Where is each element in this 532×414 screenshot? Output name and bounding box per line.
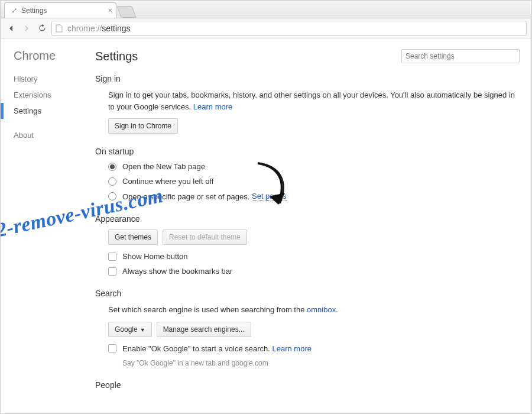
show-home-checkbox[interactable]: Show Home button bbox=[108, 252, 520, 261]
section-startup: On startup Open the New Tab page Continu… bbox=[95, 147, 520, 201]
sidebar-item-history[interactable]: History bbox=[14, 71, 77, 87]
main: Settings Sign in Sign in to get your tab… bbox=[77, 38, 531, 414]
url-path: settings bbox=[102, 24, 130, 33]
sidebar-item-settings[interactable]: Settings bbox=[1, 103, 77, 119]
signin-button[interactable]: Sign in to Chrome bbox=[108, 118, 178, 134]
search-desc: Set which search engine is used when sea… bbox=[108, 304, 520, 316]
sidebar: Chrome History Extensions Settings About bbox=[1, 38, 77, 414]
signin-title: Sign in bbox=[95, 74, 520, 83]
page-title: Settings bbox=[95, 50, 138, 63]
radio-icon bbox=[108, 177, 116, 186]
startup-radio-newtab[interactable]: Open the New Tab page bbox=[108, 162, 520, 171]
get-themes-button[interactable]: Get themes bbox=[108, 229, 158, 245]
section-appearance: Appearance Get themes Reset to default t… bbox=[95, 214, 520, 276]
forward-button[interactable] bbox=[21, 22, 33, 34]
reload-button[interactable] bbox=[36, 22, 48, 34]
close-icon[interactable]: × bbox=[108, 6, 112, 15]
search-engine-dropdown[interactable]: Google▼ bbox=[108, 322, 152, 337]
appearance-title: Appearance bbox=[95, 214, 520, 224]
set-pages-link[interactable]: Set pages bbox=[252, 192, 287, 201]
omnibox-link[interactable]: omnibox bbox=[307, 305, 336, 314]
url-scheme: chrome:// bbox=[67, 24, 102, 33]
ok-google-hint: Say "Ok Google" in a new tab and google.… bbox=[122, 359, 520, 367]
back-button[interactable] bbox=[5, 22, 17, 34]
brand: Chrome bbox=[14, 49, 77, 63]
new-tab-button[interactable] bbox=[116, 6, 136, 18]
signin-desc: Sign in to get your tabs, bookmarks, his… bbox=[108, 89, 520, 112]
search-input[interactable] bbox=[401, 49, 520, 63]
tab-title: Settings bbox=[21, 7, 47, 15]
wrench-icon bbox=[9, 7, 18, 15]
signin-learn-more-link[interactable]: Learn more bbox=[193, 102, 232, 111]
radio-icon bbox=[108, 192, 116, 200]
browser-tab[interactable]: Settings × bbox=[4, 2, 116, 18]
caret-down-icon: ▼ bbox=[140, 327, 145, 333]
startup-radio-continue[interactable]: Continue where you left off bbox=[108, 177, 520, 186]
search-title: Search bbox=[95, 289, 520, 298]
checkbox-icon bbox=[108, 253, 116, 261]
radio-icon bbox=[108, 163, 116, 171]
checkbox-icon bbox=[108, 267, 116, 276]
sidebar-item-extensions[interactable]: Extensions bbox=[14, 87, 77, 103]
startup-title: On startup bbox=[95, 147, 520, 156]
sidebar-item-about[interactable]: About bbox=[14, 127, 77, 143]
ok-google-learn-more-link[interactable]: Learn more bbox=[272, 344, 311, 353]
page-icon bbox=[56, 24, 64, 33]
address-bar[interactable]: chrome://settings bbox=[51, 21, 527, 36]
content: Chrome History Extensions Settings About… bbox=[1, 38, 531, 414]
reset-theme-button[interactable]: Reset to default theme bbox=[163, 229, 247, 245]
checkbox-icon bbox=[108, 344, 116, 352]
toolbar: chrome://settings bbox=[1, 18, 531, 38]
ok-google-checkbox[interactable]: Enable "Ok Google" to start a voice sear… bbox=[108, 344, 520, 353]
startup-radio-specific[interactable]: Open a specific page or set of pages. Se… bbox=[108, 192, 520, 201]
tab-bar: Settings × bbox=[1, 1, 531, 18]
section-search: Search Set which search engine is used w… bbox=[95, 289, 520, 367]
section-signin: Sign in Sign in to get your tabs, bookma… bbox=[95, 74, 520, 134]
manage-search-engines-button[interactable]: Manage search engines... bbox=[157, 322, 251, 337]
people-title: People bbox=[95, 380, 520, 390]
show-bookmarks-checkbox[interactable]: Always show the bookmarks bar bbox=[108, 267, 520, 276]
section-people: People bbox=[95, 380, 520, 390]
